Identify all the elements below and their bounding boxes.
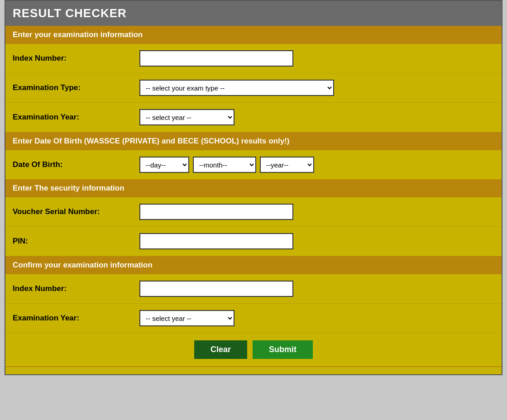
dob-day-select[interactable]: --day-- [139, 157, 189, 173]
confirm-exam-year-label: Examination Year: [13, 314, 139, 323]
clear-button[interactable]: Clear [194, 340, 247, 359]
pin-row: PIN: [5, 227, 502, 256]
confirm-index-number-input[interactable] [139, 281, 293, 297]
index-number-label: Index Number: [13, 54, 139, 63]
result-checker-container: RESULT CHECKER Enter your examination in… [5, 0, 502, 375]
voucher-label: Voucher Serial Number: [13, 207, 139, 216]
exam-info-section-header: Enter your examination information [5, 26, 502, 44]
title-bar: RESULT CHECKER [5, 1, 502, 26]
dob-section-header: Enter Date Of Birth (WASSCE (PRIVATE) an… [5, 132, 502, 150]
exam-type-label: Examination Type: [13, 83, 139, 92]
index-number-row: Index Number: [5, 44, 502, 73]
submit-button[interactable]: Submit [253, 340, 313, 359]
exam-year-label: Examination Year: [13, 113, 139, 122]
pin-input[interactable] [139, 233, 293, 249]
voucher-input[interactable] [139, 204, 293, 220]
dob-header-text: Enter Date Of Birth (WASSCE (PRIVATE) an… [13, 137, 289, 145]
security-header-text: Enter The security information [13, 184, 124, 192]
confirm-section-header: Confirm your examination information [5, 256, 502, 274]
exam-type-select[interactable]: -- select your exam type -- [139, 80, 334, 96]
confirm-index-number-label: Index Number: [13, 284, 139, 293]
bottom-bar [5, 366, 502, 374]
page-title: RESULT CHECKER [13, 6, 494, 20]
voucher-row: Voucher Serial Number: [5, 197, 502, 227]
buttons-row: Clear Submit [5, 333, 502, 366]
dob-selects: --day-- --month-- --year-- [139, 157, 314, 173]
confirm-header-text: Confirm your examination information [13, 261, 153, 269]
exam-year-row: Examination Year: -- select year -- [5, 103, 502, 132]
pin-label: PIN: [13, 237, 139, 246]
dob-year-select[interactable]: --year-- [260, 157, 314, 173]
dob-label: Date Of Birth: [13, 160, 139, 169]
dob-row: Date Of Birth: --day-- --month-- --year-… [5, 150, 502, 179]
exam-type-row: Examination Type: -- select your exam ty… [5, 73, 502, 103]
exam-info-header-text: Enter your examination information [13, 30, 143, 39]
dob-month-select[interactable]: --month-- [193, 157, 256, 173]
security-section-header: Enter The security information [5, 179, 502, 197]
index-number-input[interactable] [139, 50, 293, 67]
confirm-exam-year-select[interactable]: -- select year -- [139, 310, 234, 326]
confirm-exam-year-row: Examination Year: -- select year -- [5, 304, 502, 333]
exam-year-select[interactable]: -- select year -- [139, 109, 234, 125]
confirm-index-number-row: Index Number: [5, 274, 502, 304]
